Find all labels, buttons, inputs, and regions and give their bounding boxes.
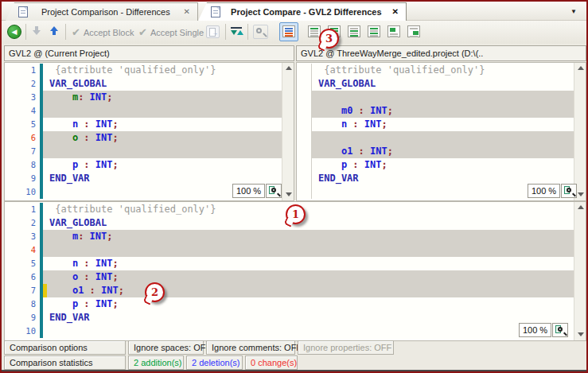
token: ; [387, 146, 393, 157]
view-mode-6-icon[interactable] [387, 25, 400, 37]
edited-project-code-pane[interactable]: {attribute 'qualified_only'}VAR_GLOBAL m… [296, 62, 586, 201]
gutter [297, 104, 312, 118]
zoom-level-left[interactable]: 100 % [232, 184, 265, 198]
line-body [43, 243, 574, 257]
scroll-down-icon[interactable] [575, 329, 586, 340]
code-line[interactable]: 6 o : INT; [5, 131, 282, 145]
token: m0 [341, 105, 352, 116]
zoom-magnifier-left-icon[interactable] [266, 184, 282, 198]
code-line[interactable]: m0 : INT; [297, 104, 574, 118]
code-line[interactable]: p : INT; [297, 158, 574, 172]
green-block [413, 31, 419, 35]
line-number: 5 [5, 118, 40, 131]
code-line[interactable]: {attribute 'qualified_only'} [297, 64, 574, 77]
code-line[interactable]: 3 m: INT; [5, 91, 282, 104]
code-line[interactable]: 7 [5, 145, 282, 158]
scroll-up-icon[interactable] [283, 63, 294, 74]
option-toggle[interactable]: Ignore properties: OFF [298, 340, 394, 355]
code-line[interactable]: 7 o1 : INT; [5, 284, 574, 297]
view-mode-7-icon[interactable] [407, 25, 420, 37]
tab-project-comparison[interactable]: Project Comparison - Differences ✕ [6, 2, 198, 21]
current-project-code-pane[interactable]: 1 {attribute 'qualified_only'}2VAR_GLOBA… [4, 62, 294, 201]
close-icon[interactable]: ✕ [184, 8, 190, 16]
view-mode-4-icon[interactable] [348, 25, 360, 37]
line-number: 9 [5, 172, 40, 185]
check-icon: ✔ [72, 26, 80, 38]
code-line[interactable]: o1 : INT; [297, 145, 574, 158]
token: INT [364, 119, 382, 130]
token: INT [101, 285, 119, 296]
token: o1 [72, 285, 84, 296]
code-line[interactable]: 6 o : INT; [5, 270, 574, 284]
token: INT [95, 271, 113, 282]
code-line[interactable]: 5 n : INT; [5, 257, 574, 270]
scroll-up-icon[interactable] [575, 202, 586, 213]
token: ; [113, 119, 119, 130]
option-toggle[interactable]: Ignore comments: OFF [206, 340, 295, 355]
code-line[interactable]: 2VAR_GLOBAL [5, 77, 282, 91]
line-body: m: INT; [43, 230, 574, 243]
code-text: VAR_GLOBAL [316, 77, 376, 91]
back-icon[interactable]: ◀ [7, 25, 21, 39]
code-text: p : INT; [47, 297, 119, 311]
view-mode-side-by-side-icon[interactable] [282, 25, 295, 37]
accept-single-button[interactable]: ✔ Accept Single [138, 25, 204, 40]
zoom-magnifier-bottom-icon[interactable] [552, 323, 568, 337]
token [318, 105, 341, 116]
tab-project-compare-gvl2[interactable]: Project Compare - GVL2 Differences ✕ [198, 2, 407, 21]
accept-block-button[interactable]: ✔ Accept Block [72, 25, 134, 40]
code-line[interactable] [297, 131, 574, 145]
code-line[interactable]: n : INT; [297, 118, 574, 131]
token: INT [95, 159, 113, 170]
vertical-scrollbar[interactable] [574, 63, 586, 200]
zoom-magnifier-right-icon[interactable] [561, 184, 577, 198]
previous-difference-icon[interactable] [48, 26, 60, 39]
bar-glyph [231, 27, 242, 29]
code-text [47, 324, 49, 338]
right-pane-header: GVL2 @ ThreeWayMerge_edited.project (D:\… [296, 45, 586, 61]
code-line[interactable]: 8 p : INT; [5, 297, 574, 311]
code-line[interactable]: 8 p : INT; [5, 158, 282, 172]
view-mode-5-icon[interactable] [368, 25, 380, 37]
code-line[interactable]: 4 [5, 243, 574, 257]
code-text: o1 : INT; [316, 145, 393, 158]
code-line[interactable]: 5 n : INT; [5, 118, 282, 131]
zoom-level-right[interactable]: 100 % [528, 184, 560, 198]
tab-list-dropdown-icon[interactable]: ▼ [570, 8, 577, 15]
vertical-scrollbar[interactable] [282, 63, 294, 200]
scroll-down-icon[interactable] [283, 189, 294, 200]
code-line[interactable]: 3 m: INT; [5, 230, 574, 243]
search-icon[interactable] [253, 25, 268, 39]
next-difference-icon[interactable] [30, 26, 43, 39]
line-number: 4 [5, 104, 40, 118]
accept-line-icon[interactable]: → [206, 25, 220, 38]
line-body: o1 : INT; [43, 284, 574, 297]
close-icon[interactable]: ✕ [392, 8, 399, 16]
token: END_VAR [318, 173, 359, 184]
code-line[interactable]: VAR_GLOBAL [297, 77, 574, 91]
code-line[interactable]: 1 {attribute 'qualified_only'} [5, 64, 282, 77]
code-lines: 1 {attribute 'qualified_only'}2VAR_GLOBA… [5, 64, 282, 199]
line-number: 7 [5, 284, 40, 297]
code-line[interactable]: 10 [5, 324, 574, 338]
line-body: o1 : INT; [312, 145, 574, 158]
gutter [297, 91, 312, 104]
line-body [43, 145, 282, 158]
tab-label: Project Compare - GVL2 Differences [225, 7, 387, 17]
code-line[interactable]: 9END_VAR [5, 311, 574, 324]
down-triangle-glyph [231, 30, 237, 35]
vertical-scrollbar[interactable] [574, 202, 586, 340]
code-line[interactable] [297, 91, 574, 104]
option-toggle[interactable]: Ignore spaces: OFF [128, 340, 204, 355]
code-line[interactable]: 4 [5, 104, 282, 118]
token [49, 271, 72, 282]
code-text: m: INT; [47, 91, 113, 104]
statistic-value: 2 addition(s) [128, 356, 184, 370]
gutter [297, 185, 312, 199]
zoom-level-bottom[interactable]: 100 % [519, 323, 551, 337]
token: VAR_GLOBAL [318, 78, 376, 89]
scroll-up-icon[interactable] [575, 63, 586, 74]
sync-scroll-icon[interactable] [231, 26, 243, 37]
token: : [78, 298, 95, 309]
token: INT [84, 91, 107, 103]
